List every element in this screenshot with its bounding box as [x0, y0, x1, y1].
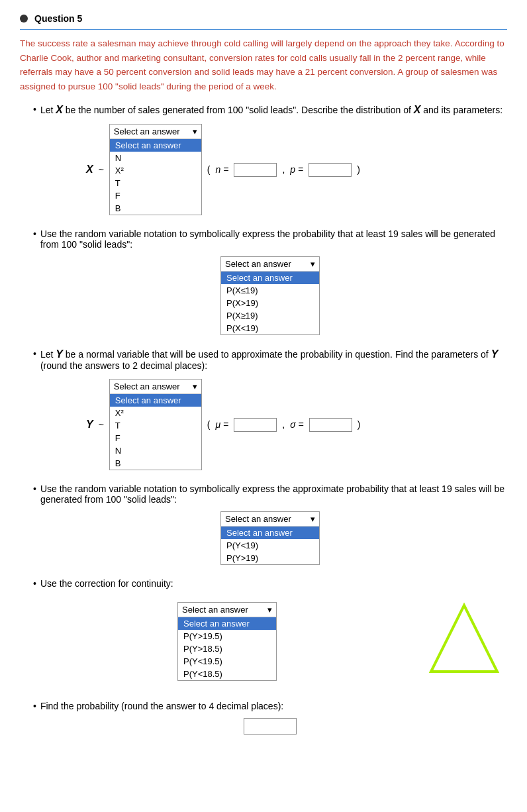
mu-label: μ =	[216, 419, 229, 430]
bullet-1-controls: X ~ Select an answer ▾ Select an answer …	[86, 124, 507, 215]
bullet-5-section: • Use the correction for continuity: Sel…	[33, 578, 507, 687]
option-T[interactable]: T	[110, 177, 201, 189]
p-input[interactable]	[309, 163, 352, 177]
tilde-symbol-2: ~	[99, 419, 104, 430]
dropdown-5-continuity[interactable]: Select an answer ▾ Select an answer P(Y>…	[177, 602, 277, 681]
bullet-6-input-container	[33, 718, 507, 735]
bullet-5-text: • Use the correction for continuity:	[33, 578, 507, 589]
n-input[interactable]	[234, 163, 277, 177]
option-F[interactable]: F	[110, 189, 201, 202]
dropdown-3-options: Select an answer X² T F N B	[110, 394, 201, 470]
opt2-select[interactable]: Select an answer	[221, 272, 319, 284]
sigma-input[interactable]	[309, 418, 352, 432]
bullet-3-controls: Y ~ Select an answer ▾ Select an answer …	[86, 379, 507, 470]
bullet-6-section: • Find the probability (round the answer…	[33, 701, 507, 735]
tilde-symbol: ~	[99, 164, 104, 175]
opt4-select[interactable]: Select an answer	[221, 527, 319, 539]
option-select-answer[interactable]: Select an answer	[110, 139, 201, 152]
opt5-select[interactable]: Select an answer	[178, 617, 276, 630]
opt3-select[interactable]: Select an answer	[110, 394, 201, 407]
option-X2[interactable]: X²	[110, 164, 201, 177]
sigma-label: σ =	[290, 419, 304, 430]
bullet-4-text: • Use the random variable notation to sy…	[33, 483, 507, 505]
dropdown-4-options: Select an answer P(Y<19) P(Y>19)	[221, 527, 319, 564]
opt3-F[interactable]: F	[110, 432, 201, 444]
question-title: Question 5	[34, 13, 82, 24]
param-n-label: (	[207, 164, 211, 175]
opt4-pylt19[interactable]: P(Y<19)	[221, 539, 319, 552]
opt5-py195[interactable]: P(Y>19.5)	[178, 630, 276, 642]
n-label: n =	[216, 164, 229, 175]
mu-input[interactable]	[234, 418, 277, 432]
opt3-X2[interactable]: X²	[110, 407, 201, 419]
bullet-2-dropdown-container: Select an answer ▾ Select an answer P(X≤…	[33, 256, 507, 335]
opt3-T[interactable]: T	[110, 419, 201, 432]
opt5-pylt195[interactable]: P(Y<19.5)	[178, 655, 276, 668]
bullet-6-text: • Find the probability (round the answer…	[33, 701, 507, 711]
bullet-3-text: • Let Y be a normal variable that will b…	[33, 348, 507, 371]
probability-input[interactable]	[244, 718, 297, 735]
question-dot	[20, 15, 28, 23]
triangle-svg	[428, 602, 501, 675]
dropdown-1-distribution[interactable]: Select an answer ▾ Select an answer N X²…	[109, 124, 202, 215]
bullet-5-dropdown-container: Select an answer ▾ Select an answer P(Y>…	[33, 602, 421, 681]
comma-2: ,	[282, 419, 285, 430]
opt2-pxle19[interactable]: P(X≤19)	[221, 284, 319, 297]
triangle-decoration	[421, 595, 507, 675]
opt2-pxlt19[interactable]: P(X<19)	[221, 322, 319, 334]
dropdown-2-probability[interactable]: Select an answer ▾ Select an answer P(X≤…	[220, 256, 320, 335]
opt2-pxge19[interactable]: P(X≥19)	[221, 309, 319, 322]
comma: ,	[282, 164, 285, 175]
opt2-pxgt19[interactable]: P(X>19)	[221, 297, 319, 309]
opt4-pygt19[interactable]: P(Y>19)	[221, 552, 319, 564]
x-variable-label: X	[86, 164, 93, 176]
dropdown-2-options: Select an answer P(X≤19) P(X>19) P(X≥19)…	[221, 272, 319, 334]
bullet-1-section: • Let X be the number of sales generated…	[33, 104, 507, 215]
bullet-4-dropdown-container: Select an answer ▾ Select an answer P(Y<…	[33, 511, 507, 565]
y-variable-label: Y	[86, 419, 93, 431]
bullet-2-section: • Use the random variable notation to sy…	[33, 228, 507, 335]
bullet-2-text: • Use the random variable notation to sy…	[33, 228, 507, 250]
dropdown-1-options: Select an answer N X² T F B	[110, 139, 201, 215]
opt5-py185[interactable]: P(Y>18.5)	[178, 642, 276, 655]
dropdown-3-distribution[interactable]: Select an answer ▾ Select an answer X² T…	[109, 379, 202, 470]
bullet-1-text: • Let X be the number of sales generated…	[33, 104, 507, 116]
opt5-pylt185[interactable]: P(Y<18.5)	[178, 668, 276, 680]
dropdown-4-probability[interactable]: Select an answer ▾ Select an answer P(Y<…	[220, 511, 320, 565]
option-B[interactable]: B	[110, 202, 201, 215]
opt3-N[interactable]: N	[110, 444, 201, 457]
svg-marker-0	[431, 605, 497, 672]
dropdown-5-options: Select an answer P(Y>19.5) P(Y>18.5) P(Y…	[178, 617, 276, 680]
opt3-B[interactable]: B	[110, 457, 201, 470]
question-text: The success rate a salesman may achieve …	[20, 36, 507, 93]
question-header: Question 5	[20, 13, 507, 30]
option-N[interactable]: N	[110, 152, 201, 164]
bullet-3-section: • Let Y be a normal variable that will b…	[33, 348, 507, 470]
bullet-4-section: • Use the random variable notation to sy…	[33, 483, 507, 565]
p-label: p =	[290, 164, 303, 175]
